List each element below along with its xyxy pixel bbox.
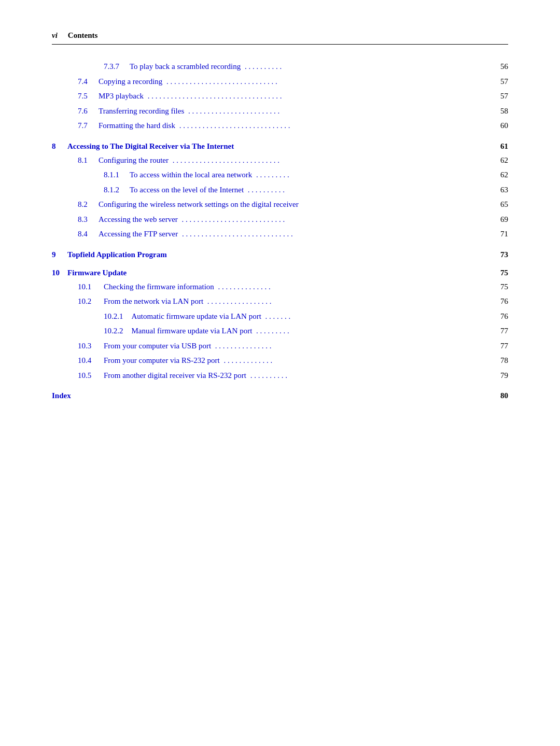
entry-page-1021: 76	[490, 310, 508, 323]
page-header-title: Contents	[68, 31, 98, 40]
entry-number-105: 10.5	[78, 369, 104, 383]
toc-entry-1021: 10.2.1 Automatic firmware update via LAN…	[52, 310, 508, 323]
section-10-label: Firmware Update	[67, 269, 490, 277]
entry-number-1022: 10.2.2	[104, 325, 123, 338]
entry-label-737: To play back a scrambled recording	[130, 60, 241, 74]
entry-page-812: 63	[490, 184, 508, 197]
toc-entry-82: 8.2 Configuring the wireless network set…	[52, 198, 508, 212]
toc-entry-1022: 10.2.2 Manual firmware update via LAN po…	[52, 325, 508, 338]
entry-page-74: 57	[490, 75, 508, 89]
section-9-label: Topfield Application Program	[67, 250, 490, 259]
entry-label-101: Checking the firmware information	[104, 280, 214, 294]
index-page: 80	[490, 391, 508, 400]
toc-entry-103: 10.3 From your computer via USB port . .…	[52, 340, 508, 353]
toc-entry-104: 10.4 From your computer via RS-232 port …	[52, 354, 508, 368]
entry-page-811: 62	[490, 168, 508, 182]
entry-dots-811: . . . . . . . . .	[252, 168, 490, 182]
index-label: Index	[52, 391, 490, 400]
section-8-number: 8	[52, 142, 67, 151]
toc-entry-76: 7.6 Transferring recording files . . . .…	[52, 105, 508, 118]
entry-page-1022: 77	[490, 325, 508, 338]
entry-number-737: 7.3.7	[104, 60, 119, 74]
entry-dots-76: . . . . . . . . . . . . . . . . . . . . …	[184, 105, 490, 118]
entry-label-104: From your computer via RS-232 port	[104, 354, 220, 368]
entry-page-101: 75	[490, 280, 508, 294]
section-9-number: 9	[52, 250, 67, 259]
entry-page-81: 62	[490, 154, 508, 167]
entry-dots-101: . . . . . . . . . . . . . .	[214, 280, 490, 294]
page-header: vi Contents	[52, 31, 508, 45]
entry-dots-74: . . . . . . . . . . . . . . . . . . . . …	[162, 75, 490, 89]
entry-label-83: Accessing the web server	[99, 213, 178, 227]
entry-page-737: 56	[490, 60, 508, 74]
entry-label-76: Transferring recording files	[99, 105, 184, 118]
section-8-label: Accessing to The Digital Receiver via Th…	[67, 142, 490, 151]
section-10-page: 75	[490, 269, 508, 277]
section-8-heading: 8 Accessing to The Digital Receiver via …	[52, 142, 508, 151]
entry-number-101: 10.1	[78, 280, 104, 294]
entry-number-1021: 10.2.1	[104, 310, 123, 323]
entry-dots-102: . . . . . . . . . . . . . . . . .	[203, 295, 490, 308]
entry-label-84: Accessing the FTP server	[99, 228, 178, 241]
entry-page-83: 69	[490, 213, 508, 227]
entry-label-811: To access within the local area network	[130, 168, 252, 182]
entry-page-84: 71	[490, 228, 508, 241]
toc-entry-77: 7.7 Formatting the hard disk . . . . . .…	[52, 119, 508, 133]
entry-number-84: 8.4	[78, 228, 99, 241]
entry-number-812: 8.1.2	[104, 184, 119, 197]
entry-number-75: 7.5	[78, 90, 99, 103]
toc-entry-101: 10.1 Checking the firmware information .…	[52, 280, 508, 294]
entry-page-102: 76	[490, 295, 508, 308]
toc-entry-812: 8.1.2 To access on the level of the Inte…	[52, 184, 508, 197]
toc-entry-83: 8.3 Accessing the web server . . . . . .…	[52, 213, 508, 227]
entry-number-81: 8.1	[78, 154, 99, 167]
toc-entry-105: 10.5 From another digital receiver via R…	[52, 369, 508, 383]
entry-dots-737: . . . . . . . . . .	[241, 60, 490, 74]
entry-number-811: 8.1.1	[104, 168, 119, 182]
entry-label-105: From another digital receiver via RS-232…	[104, 369, 246, 383]
section-10-number: 10	[52, 269, 67, 277]
section-9-page: 73	[490, 250, 508, 259]
entry-number-83: 8.3	[78, 213, 99, 227]
entry-dots-103: . . . . . . . . . . . . . . .	[211, 340, 490, 353]
entry-dots-1022: . . . . . . . . .	[252, 325, 490, 338]
entry-label-75: MP3 playback	[99, 90, 144, 103]
toc-entry-75: 7.5 MP3 playback . . . . . . . . . . . .…	[52, 90, 508, 103]
entry-number-104: 10.4	[78, 354, 104, 368]
entry-label-77: Formatting the hard disk	[99, 119, 175, 133]
entry-number-102: 10.2	[78, 295, 104, 308]
entry-label-103: From your computer via USB port	[104, 340, 211, 353]
table-of-contents: 7.3.7 To play back a scrambled recording…	[52, 60, 508, 400]
section-9-heading: 9 Topfield Application Program 73	[52, 250, 508, 259]
entry-number-77: 7.7	[78, 119, 99, 133]
index-row: Index 80	[52, 391, 508, 400]
entry-label-1022: Manual firmware update via LAN port	[132, 325, 253, 338]
entry-label-74: Copying a recording	[99, 75, 162, 89]
toc-entry-84: 8.4 Accessing the FTP server . . . . . .…	[52, 228, 508, 241]
entry-dots-83: . . . . . . . . . . . . . . . . . . . . …	[178, 213, 490, 227]
entry-label-82: Configuring the wireless network setting…	[99, 198, 299, 212]
toc-entry-81: 8.1 Configuring the router . . . . . . .…	[52, 154, 508, 167]
entry-page-104: 78	[490, 354, 508, 368]
entry-page-105: 79	[490, 369, 508, 383]
section-10-heading: 10 Firmware Update 75	[52, 269, 508, 277]
entry-page-75: 57	[490, 90, 508, 103]
entry-dots-75: . . . . . . . . . . . . . . . . . . . . …	[144, 90, 490, 103]
entry-label-1021: Automatic firmware update via LAN port	[132, 310, 261, 323]
entry-page-77: 60	[490, 119, 508, 133]
entry-number-76: 7.6	[78, 105, 99, 118]
entry-dots-77: . . . . . . . . . . . . . . . . . . . . …	[175, 119, 490, 133]
entry-dots-812: . . . . . . . . . .	[244, 184, 490, 197]
entry-number-82: 8.2	[78, 198, 99, 212]
entry-dots-1021: . . . . . . .	[261, 310, 490, 323]
section-8-page: 61	[490, 142, 508, 151]
entry-page-76: 58	[490, 105, 508, 118]
entry-dots-105: . . . . . . . . . .	[246, 369, 490, 383]
toc-entry-102: 10.2 From the network via LAN port . . .…	[52, 295, 508, 308]
entry-dots-81: . . . . . . . . . . . . . . . . . . . . …	[169, 154, 490, 167]
entry-number-103: 10.3	[78, 340, 104, 353]
entry-dots-84: . . . . . . . . . . . . . . . . . . . . …	[178, 228, 490, 241]
entry-page-103: 77	[490, 340, 508, 353]
toc-entry-811: 8.1.1 To access within the local area ne…	[52, 168, 508, 182]
toc-entry-74: 7.4 Copying a recording . . . . . . . . …	[52, 75, 508, 89]
